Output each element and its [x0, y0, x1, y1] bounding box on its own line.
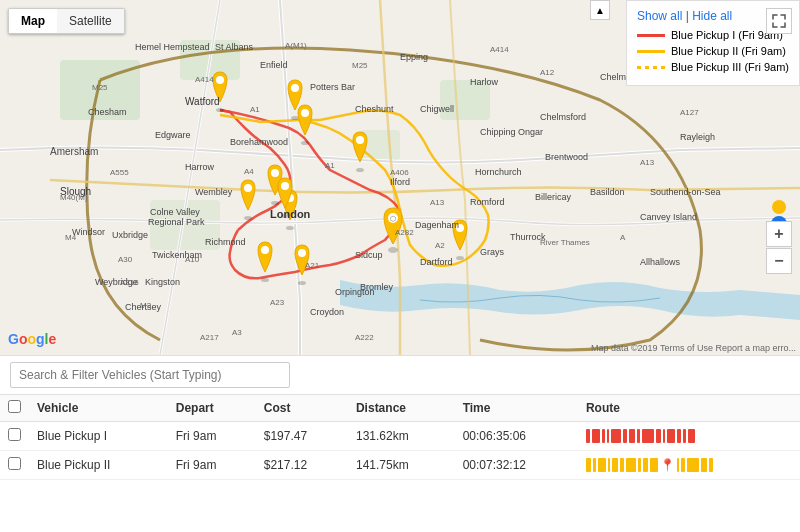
search-bar: [0, 356, 800, 395]
svg-text:Enfield: Enfield: [260, 60, 288, 70]
svg-text:Sidcup: Sidcup: [355, 250, 383, 260]
svg-text:Chelmsford: Chelmsford: [540, 112, 586, 122]
svg-text:Romford: Romford: [470, 197, 505, 207]
svg-text:M4: M4: [65, 233, 77, 242]
svg-text:Canvey Island: Canvey Island: [640, 212, 697, 222]
route-bar: [701, 458, 707, 472]
svg-point-13: [356, 136, 364, 144]
svg-text:A4: A4: [244, 167, 254, 176]
svg-text:Borehamwood: Borehamwood: [230, 137, 288, 147]
svg-text:Edgware: Edgware: [155, 130, 191, 140]
route-bar: [592, 429, 600, 443]
fullscreen-icon: [772, 14, 786, 28]
fullscreen-button[interactable]: [766, 8, 792, 34]
svg-text:Epping: Epping: [400, 52, 428, 62]
svg-text:A13: A13: [430, 198, 445, 207]
svg-text:Potters Bar: Potters Bar: [310, 82, 355, 92]
svg-point-29: [298, 281, 306, 285]
svg-text:River Thames: River Thames: [540, 238, 590, 247]
svg-point-28: [261, 246, 269, 254]
route-bar: [681, 458, 685, 472]
svg-text:St Albans: St Albans: [215, 42, 254, 52]
svg-point-6: [216, 108, 224, 112]
svg-point-14: [271, 201, 279, 205]
svg-point-16: [286, 226, 294, 230]
route-bar: [663, 429, 665, 443]
cell-depart: Fri 9am: [168, 451, 256, 480]
collapse-panel-button[interactable]: ▲: [590, 0, 610, 20]
cell-cost: $217.12: [256, 451, 348, 480]
header-vehicle: Vehicle: [29, 395, 168, 422]
route-bar: [643, 458, 648, 472]
map-zoom-controls: + −: [766, 221, 792, 275]
zoom-out-button[interactable]: −: [766, 248, 792, 274]
svg-point-12: [356, 168, 364, 172]
pegman-head: [772, 200, 786, 214]
route-pin-icon: 📍: [660, 458, 675, 472]
route-bar: [642, 429, 654, 443]
route-bar: [688, 429, 695, 443]
svg-text:A13: A13: [640, 158, 655, 167]
route-bar: [602, 429, 605, 443]
svg-point-21: [244, 184, 252, 192]
svg-text:Harrow: Harrow: [185, 162, 215, 172]
table-row: Blue Pickup IFri 9am$197.47131.62km00:06…: [0, 422, 800, 451]
route-bar: [637, 429, 640, 443]
route-bar: [650, 458, 658, 472]
tab-map[interactable]: Map: [9, 9, 57, 33]
header-checkbox[interactable]: [8, 400, 21, 413]
svg-text:A10: A10: [185, 255, 200, 264]
svg-text:Southend-on-Sea: Southend-on-Sea: [650, 187, 721, 197]
legend-line-3: [637, 66, 665, 69]
svg-text:Chipping Ongar: Chipping Ongar: [480, 127, 543, 137]
zoom-in-button[interactable]: +: [766, 221, 792, 247]
route-bar: [608, 458, 610, 472]
search-input[interactable]: [10, 362, 290, 388]
hide-all-link[interactable]: Hide all: [692, 9, 732, 23]
cell-vehicle: Blue Pickup II: [29, 451, 168, 480]
svg-text:Richmond: Richmond: [205, 237, 246, 247]
svg-text:A: A: [620, 233, 626, 242]
svg-text:A127: A127: [680, 108, 699, 117]
svg-text:Allhallows: Allhallows: [640, 257, 681, 267]
route-bar: [683, 429, 686, 443]
legend-label-2: Blue Pickup II (Fri 9am): [671, 45, 786, 57]
route-bar: [687, 458, 699, 472]
svg-point-27: [261, 278, 269, 282]
route-bar: [620, 458, 624, 472]
svg-text:M40(M): M40(M): [60, 193, 88, 202]
cell-vehicle: Blue Pickup I: [29, 422, 168, 451]
show-all-link[interactable]: Show all: [637, 9, 682, 23]
svg-text:Orpington: Orpington: [335, 287, 375, 297]
header-depart: Depart: [168, 395, 256, 422]
svg-text:Dagenham: Dagenham: [415, 220, 459, 230]
svg-text:Wembley: Wembley: [195, 187, 233, 197]
svg-text:Cheshunt: Cheshunt: [355, 104, 394, 114]
row-1-checkbox[interactable]: [8, 457, 21, 470]
svg-text:A282: A282: [395, 228, 414, 237]
route-bar: [667, 429, 675, 443]
row-checkbox-cell: [0, 422, 29, 451]
svg-text:Hemel Hempstead: Hemel Hempstead: [135, 42, 210, 52]
legend-line-2: [637, 50, 665, 53]
header-cost: Cost: [256, 395, 348, 422]
route-bar: [607, 429, 609, 443]
route-bar: [586, 429, 590, 443]
route-bar: [611, 429, 621, 443]
tab-satellite[interactable]: Satellite: [57, 9, 124, 33]
route-bar: [593, 458, 596, 472]
svg-text:Chigwell: Chigwell: [420, 104, 454, 114]
map-tabs: Map Satellite: [8, 8, 125, 34]
svg-text:A30: A30: [118, 255, 133, 264]
cell-time: 00:07:32:12: [455, 451, 578, 480]
route-bar: [677, 458, 679, 472]
route-bar: [598, 458, 606, 472]
svg-text:A217: A217: [200, 333, 219, 342]
svg-point-19: [281, 182, 289, 190]
svg-text:A316: A316: [120, 278, 139, 287]
svg-text:A21: A21: [305, 261, 320, 270]
svg-point-25: [456, 256, 464, 260]
svg-text:A12: A12: [540, 68, 555, 77]
svg-text:A3: A3: [232, 328, 242, 337]
row-0-checkbox[interactable]: [8, 428, 21, 441]
